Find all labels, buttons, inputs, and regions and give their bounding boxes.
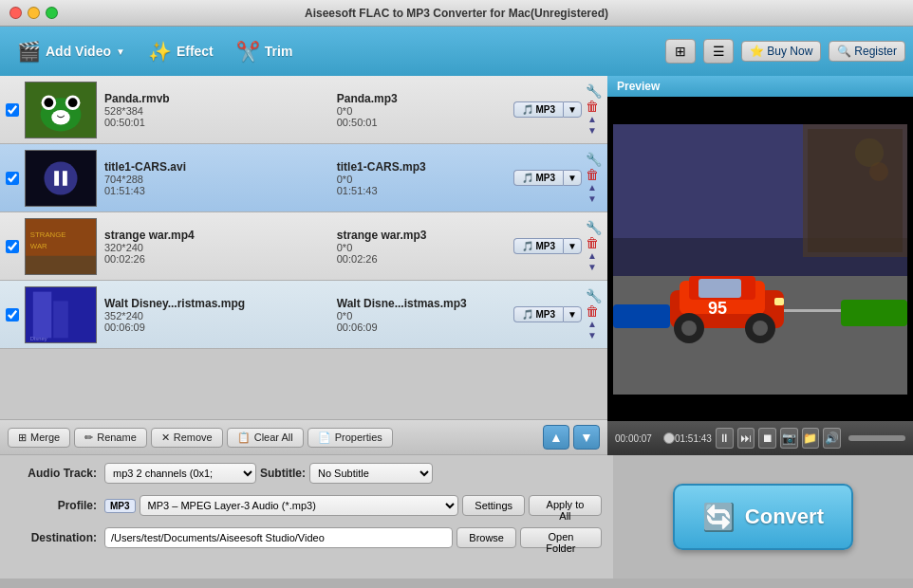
title-bar: Aiseesoft FLAC to MP3 Converter for Mac(…: [0, 0, 913, 27]
rename-button[interactable]: ✏ Rename: [74, 428, 147, 448]
convert-button[interactable]: 🔄 Convert: [673, 484, 853, 550]
volume-bar[interactable]: [848, 435, 905, 441]
grid-view-button[interactable]: ⊞: [665, 39, 696, 64]
progress-knob[interactable]: [663, 432, 675, 444]
table-row[interactable]: title1-CARS.avi 704*288 01:51:43 title1-…: [0, 144, 607, 212]
delete-icon-2[interactable]: 🗑: [586, 168, 602, 181]
file-orig-time-4: 00:06:09: [104, 322, 318, 333]
up-arrow-4[interactable]: ▲: [587, 320, 602, 329]
format-dropdown-1[interactable]: ▼: [563, 101, 582, 118]
format-main-2[interactable]: 🎵 MP3: [513, 170, 563, 186]
maximize-button[interactable]: [46, 7, 58, 19]
svg-rect-27: [699, 279, 741, 298]
up-arrow-2[interactable]: ▲: [587, 183, 602, 193]
clear-all-button[interactable]: 📋 Clear All: [227, 428, 304, 448]
add-video-button[interactable]: 🎬 Add Video ▼: [8, 36, 135, 66]
volume-icon[interactable]: 🔊: [823, 428, 841, 449]
merge-label: Merge: [30, 432, 60, 443]
destination-input[interactable]: [104, 527, 453, 548]
pause-button[interactable]: ⏸: [716, 428, 734, 449]
move-down-button[interactable]: ▼: [573, 425, 600, 450]
toolbar-right: ⊞ ☰ ⭐ Buy Now 🔍 Register: [665, 39, 905, 64]
svg-text:95: 95: [708, 299, 727, 318]
up-arrow-1[interactable]: ▲: [587, 115, 602, 124]
subtitle-select[interactable]: No Subtitle: [309, 463, 433, 484]
format-selector-4[interactable]: 🎵 MP3 ▼: [513, 306, 582, 322]
file-orig-time-2: 01:51:43: [104, 185, 318, 196]
buy-now-button[interactable]: ⭐ Buy Now: [741, 41, 821, 62]
delete-icon-1[interactable]: 🗑: [586, 100, 602, 113]
open-folder-button[interactable]: Open Folder: [520, 527, 602, 548]
main-toolbar: 🎬 Add Video ▼ ✨ Effect ✂️ Trim ⊞ ☰ ⭐ Buy…: [0, 27, 913, 76]
format-selector-3[interactable]: 🎵 MP3 ▼: [513, 238, 582, 254]
svg-rect-14: [26, 255, 96, 273]
settings-button[interactable]: Settings: [462, 495, 525, 516]
preview-video: 95: [607, 97, 913, 421]
format-dropdown-4[interactable]: ▼: [563, 306, 582, 322]
stop-button[interactable]: ⏹: [758, 428, 776, 449]
svg-rect-17: [53, 301, 68, 338]
file-output-1: Panda.mp3 0*0 00:50:01: [337, 92, 508, 128]
audio-track-select[interactable]: mp3 2 channels (0x1;: [104, 463, 256, 484]
remove-label: Remove: [174, 432, 213, 443]
down-arrow-2[interactable]: ▼: [587, 194, 602, 204]
table-row[interactable]: Disney Walt Disney...ristmas.mpg 352*240…: [0, 281, 607, 349]
file-list[interactable]: Panda.rmvb 528*384 00:50:01 Panda.mp3 0*…: [0, 76, 607, 419]
register-button[interactable]: 🔍 Register: [829, 41, 905, 62]
format-main-4[interactable]: 🎵 MP3: [513, 306, 563, 322]
format-selector-1[interactable]: 🎵 MP3 ▼: [513, 101, 582, 118]
list-view-button[interactable]: ☰: [703, 39, 734, 64]
add-video-dropdown-icon[interactable]: ▼: [116, 46, 125, 57]
edit-icon-3[interactable]: 🔧: [586, 221, 602, 234]
merge-button[interactable]: ⊞ Merge: [8, 428, 70, 448]
file-checkbox-4[interactable]: [6, 308, 19, 322]
table-row[interactable]: Panda.rmvb 528*384 00:50:01 Panda.mp3 0*…: [0, 76, 607, 144]
format-main-3[interactable]: 🎵 MP3: [513, 238, 563, 254]
file-out-name-2: title1-CARS.mp3: [337, 160, 508, 174]
down-arrow-4[interactable]: ▼: [587, 331, 602, 340]
down-arrow-1[interactable]: ▼: [587, 126, 602, 136]
file-info-1: Panda.rmvb 528*384 00:50:01: [104, 92, 318, 128]
fast-forward-button[interactable]: ⏭: [737, 428, 755, 449]
profile-select[interactable]: MP3 – MPEG Layer-3 Audio (*.mp3): [140, 495, 459, 516]
screenshot-button[interactable]: 📷: [780, 428, 798, 449]
edit-icon-2[interactable]: 🔧: [586, 153, 602, 166]
properties-button[interactable]: 📄 Properties: [307, 428, 393, 448]
file-out-name-1: Panda.mp3: [337, 92, 508, 105]
close-button[interactable]: [9, 7, 22, 19]
minimize-button[interactable]: [28, 7, 40, 19]
file-actions-2: 🎵 MP3 ▼: [513, 170, 582, 186]
merge-icon: ⊞: [18, 432, 27, 444]
delete-icon-3[interactable]: 🗑: [586, 236, 602, 249]
star-icon: ⭐: [750, 45, 764, 58]
browse-button[interactable]: Browse: [456, 527, 516, 548]
file-out-time-2: 01:51:43: [337, 185, 508, 196]
folder-button[interactable]: 📁: [802, 428, 820, 449]
file-checkbox-3[interactable]: [6, 240, 19, 253]
delete-icon-4[interactable]: 🗑: [586, 304, 602, 318]
edit-icon-4[interactable]: 🔧: [586, 289, 602, 303]
apply-to-all-button[interactable]: Apply to All: [529, 495, 602, 516]
trim-button[interactable]: ✂️ Trim: [227, 36, 303, 66]
down-arrow-3[interactable]: ▼: [587, 263, 602, 272]
file-info-4: Walt Disney...ristmas.mpg 352*240 00:06:…: [104, 297, 318, 333]
profile-format-badge: MP3: [104, 499, 136, 513]
remove-button[interactable]: ✕ Remove: [151, 428, 223, 448]
edit-icon-1[interactable]: 🔧: [586, 84, 602, 98]
table-row[interactable]: STRANGE WAR strange war.mp4 320*240 00:0…: [0, 212, 607, 281]
audio-track-label: Audio Track:: [11, 467, 97, 480]
file-side-actions-3: 🔧 🗑 ▲ ▼: [586, 221, 602, 272]
format-selector-2[interactable]: 🎵 MP3 ▼: [513, 170, 582, 186]
destination-control: Browse Open Folder: [104, 527, 602, 548]
format-main-1[interactable]: 🎵 MP3: [513, 101, 563, 118]
effect-button[interactable]: ✨ Effect: [139, 36, 223, 66]
move-up-button[interactable]: ▲: [543, 425, 569, 450]
file-checkbox-1[interactable]: [6, 103, 19, 117]
destination-label: Destination:: [11, 531, 97, 544]
subtitle-label: Subtitle:: [260, 467, 306, 480]
up-arrow-3[interactable]: ▲: [587, 251, 602, 261]
convert-icon: 🔄: [702, 502, 736, 533]
file-checkbox-2[interactable]: [6, 172, 19, 185]
format-dropdown-3[interactable]: ▼: [563, 238, 582, 254]
format-dropdown-2[interactable]: ▼: [563, 170, 582, 186]
